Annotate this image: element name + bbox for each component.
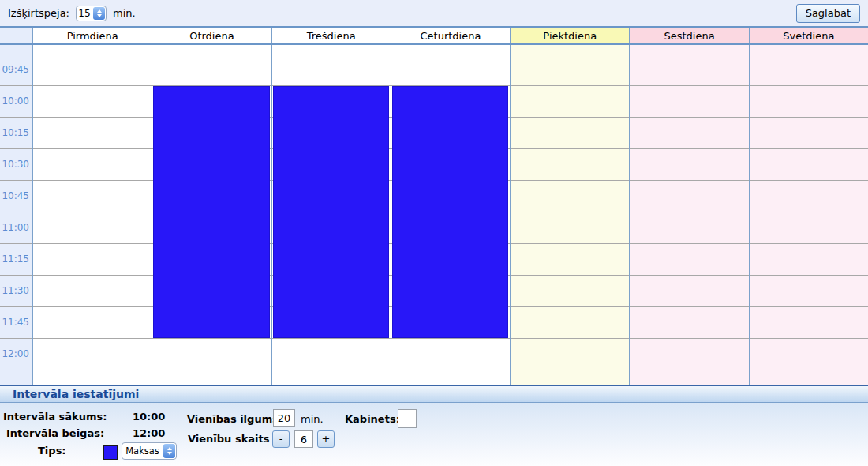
calendar-corner-cell bbox=[0, 28, 32, 43]
day-column-trešdiena[interactable] bbox=[271, 45, 391, 385]
day-header-ceturtdiena: Ceturtdiena bbox=[391, 28, 510, 43]
app-window: Izšķirtspēja: 15 min. Saglabāt Pirmdiena… bbox=[0, 0, 868, 466]
time-label-10:45: 10:45 bbox=[1, 190, 29, 202]
time-label-11:00: 11:00 bbox=[1, 221, 29, 234]
stepper-updown-icon bbox=[163, 444, 175, 458]
panel-header: Intervāla iestatījumi bbox=[0, 385, 868, 403]
resolution-value: 15 bbox=[77, 8, 92, 19]
type-select-value: Maksas bbox=[122, 445, 163, 457]
type-select[interactable]: Maksas bbox=[122, 442, 177, 460]
calendar-grid: 09:4510:0010:1510:3010:4511:0011:1511:30… bbox=[0, 45, 868, 385]
time-label-12:00: 12:00 bbox=[1, 348, 29, 360]
day-header-sestdiena: Sestdiena bbox=[629, 28, 748, 43]
resolution-unit-label: min. bbox=[113, 7, 136, 19]
event-ceturtdiena-10:00[interactable] bbox=[392, 86, 508, 338]
day-column-pirmdiena[interactable] bbox=[32, 45, 152, 385]
day-column-piektdiena[interactable] bbox=[510, 45, 629, 385]
panel-body: Intervāla sākums: 10:00 Intervāla beigas… bbox=[0, 403, 868, 466]
time-label-11:15: 11:15 bbox=[1, 253, 29, 265]
unit-count-minus-button[interactable]: - bbox=[272, 430, 290, 448]
day-column-otrdiena[interactable] bbox=[152, 45, 271, 385]
save-button[interactable]: Saglabāt bbox=[796, 4, 860, 23]
interval-end-value: 12:00 bbox=[133, 427, 165, 439]
toolbar: Izšķirtspēja: 15 min. Saglabāt bbox=[0, 0, 868, 28]
day-header-otrdiena: Otrdiena bbox=[152, 28, 271, 43]
day-column-svētdiena[interactable] bbox=[749, 45, 868, 385]
interval-end-label: Intervāla beigas: bbox=[6, 427, 104, 439]
day-column-ceturtdiena[interactable] bbox=[391, 45, 510, 385]
unit-count-input[interactable] bbox=[294, 430, 313, 448]
unit-duration-label: Vienības ilgums: bbox=[187, 413, 282, 425]
stepper-updown-icon bbox=[93, 7, 105, 20]
resolution-select[interactable]: 15 bbox=[76, 6, 107, 21]
time-label-10:30: 10:30 bbox=[1, 158, 29, 171]
unit-count-label: Vienību skaits : bbox=[188, 433, 277, 445]
event-otrdiena-10:00[interactable] bbox=[153, 86, 269, 338]
interval-start-value: 10:00 bbox=[133, 411, 165, 423]
event-trešdiena-10:00[interactable] bbox=[273, 86, 389, 338]
calendar-header: PirmdienaOtrdienaTrešdienaCeturtdienaPie… bbox=[0, 28, 868, 45]
time-label-10:15: 10:15 bbox=[1, 126, 29, 139]
time-label-11:45: 11:45 bbox=[1, 316, 29, 329]
unit-duration-unit-label: min. bbox=[301, 413, 324, 425]
resolution-label: Izšķirtspēja: bbox=[8, 7, 69, 19]
time-label-09:45: 09:45 bbox=[1, 63, 29, 76]
type-label: Tips: bbox=[38, 445, 66, 457]
unit-duration-input[interactable] bbox=[273, 409, 295, 427]
day-header-pirmdiena: Pirmdiena bbox=[32, 28, 152, 43]
time-label-10:00: 10:00 bbox=[1, 95, 29, 107]
day-header-trešdiena: Trešdiena bbox=[271, 28, 391, 43]
unit-count-plus-button[interactable]: + bbox=[317, 430, 335, 448]
room-input[interactable] bbox=[398, 409, 417, 428]
day-column-sestdiena[interactable] bbox=[629, 45, 748, 385]
day-header-piektdiena: Piektdiena bbox=[510, 28, 629, 43]
time-gutter: 09:4510:0010:1510:3010:4511:0011:1511:30… bbox=[0, 45, 32, 385]
panel-title: Intervāla iestatījumi bbox=[13, 388, 139, 400]
type-color-swatch bbox=[103, 445, 118, 460]
room-label: Kabinets: bbox=[345, 413, 400, 425]
interval-start-label: Intervāla sākums: bbox=[3, 411, 107, 423]
time-label-11:30: 11:30 bbox=[1, 284, 29, 297]
day-header-svētdiena: Svētdiena bbox=[749, 28, 868, 43]
